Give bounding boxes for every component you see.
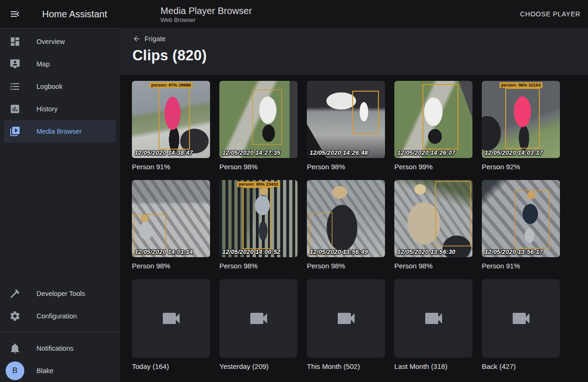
sidebar-item-label: Logbook <box>36 83 63 90</box>
folder-tile-yesterday[interactable]: Yesterday (209) <box>219 279 298 370</box>
clip-thumbnail: 12/05/2020 14:26:48 <box>307 81 385 158</box>
clip-timestamp: 12/05/2020 14:01:14 <box>135 248 193 255</box>
sidebar: Overview Map Logbook History Media Brows… <box>0 28 120 382</box>
clip-timestamp: 12/05/2020 14:26:48 <box>310 149 368 156</box>
clip-tile[interactable]: person: 96% 32154 12/05/2020 14:03:17 Pe… <box>482 81 560 171</box>
sidebar-item-notifications[interactable]: Notifications <box>4 337 116 360</box>
sidebar-item-media-browser[interactable]: Media Browser <box>4 120 116 143</box>
detection-box <box>505 88 539 149</box>
detection-box <box>515 190 550 248</box>
clip-caption: Person 91% <box>132 163 210 171</box>
video-camera-icon <box>335 307 357 330</box>
panel-subtitle: Web Browser <box>160 17 252 23</box>
app-title: Home Assistant <box>42 9 107 20</box>
sidebar-item-profile[interactable]: B Blake <box>4 360 116 382</box>
play-box-multiple-icon <box>9 126 21 137</box>
app-bar: Home Assistant Media Player Browser Web … <box>0 0 588 28</box>
sidebar-item-logbook[interactable]: Logbook <box>4 75 116 98</box>
sidebar-item-label: Map <box>36 60 50 68</box>
clip-timestamp: 12/05/2020 14:26:07 <box>397 149 456 156</box>
sidebar-item-label: Media Browser <box>36 128 82 135</box>
sidebar-item-label: Configuration <box>36 312 77 320</box>
sidebar-item-label: Overview <box>36 38 65 45</box>
folder-thumbnail <box>394 279 472 358</box>
page-title: Clips (820) <box>132 47 588 64</box>
detection-box <box>435 181 471 246</box>
clip-tile[interactable]: 12/05/2020 14:27:35 Person 98% <box>219 81 298 171</box>
gear-icon <box>9 310 21 322</box>
sidebar-toggle-menu-icon[interactable] <box>9 8 21 20</box>
poll-box-icon <box>9 103 21 115</box>
detection-box <box>352 91 379 134</box>
breadcrumb-label: Frigate <box>145 35 166 43</box>
clip-caption: Person 92% <box>482 163 560 171</box>
clip-thumbnail: 12/05/2020 13:56:17 <box>482 180 560 257</box>
choose-player-button[interactable]: CHOOSE PLAYER <box>516 6 588 22</box>
clip-tile[interactable]: 12/05/2020 13:56:30 Person 98% <box>394 180 472 270</box>
folder-tile-today[interactable]: Today (164) <box>132 279 210 370</box>
sidebar-item-configuration[interactable]: Configuration <box>4 305 116 327</box>
clip-tile[interactable]: person: 95% 23432 12/05/2020 14:00:52 Pe… <box>219 180 298 270</box>
folder-thumbnail <box>132 279 210 358</box>
clip-tile[interactable]: 12/05/2020 14:26:07 Person 99% <box>394 81 472 171</box>
clip-caption: Person 91% <box>482 262 560 270</box>
breadcrumb-back-frigate[interactable]: Frigate <box>132 35 166 43</box>
clip-tile[interactable]: person: 97% 29988 12/05/2020 14:38:47 Pe… <box>132 81 210 171</box>
clip-tile[interactable]: 12/05/2020 14:01:14 Person 98% <box>132 180 210 270</box>
hammer-icon <box>9 288 21 299</box>
detection-label: person: 96% 32154 <box>499 82 542 88</box>
app-bar-left: Home Assistant <box>0 8 120 20</box>
sidebar-item-label: History <box>36 105 58 113</box>
clip-tile[interactable]: 12/05/2020 13:56:49 Person 98% <box>307 180 385 270</box>
clip-timestamp: 12/05/2020 13:56:30 <box>397 248 456 255</box>
folder-thumbnail <box>482 279 560 358</box>
media-browser-panel: Frigate Clips (820) person: 97% 29988 12… <box>120 28 588 382</box>
detection-label: person: 95% 23432 <box>237 181 280 187</box>
clip-timestamp: 12/05/2020 13:56:49 <box>310 248 368 255</box>
folder-label: Yesterday (209) <box>219 362 298 370</box>
clip-caption: Person 98% <box>394 262 472 270</box>
sidebar-item-developer-tools[interactable]: Developer Tools <box>4 282 116 305</box>
sidebar-item-overview[interactable]: Overview <box>4 30 116 53</box>
clip-timestamp: 12/05/2020 14:03:17 <box>485 149 543 156</box>
clips-grid: person: 97% 29988 12/05/2020 14:38:47 Pe… <box>120 75 588 375</box>
clip-caption: Person 98% <box>307 163 385 171</box>
video-camera-icon <box>422 307 445 330</box>
clip-thumbnail: 12/05/2020 13:56:30 <box>394 180 472 257</box>
folder-thumbnail <box>219 279 298 358</box>
folder-tile-back[interactable]: Back (427) <box>482 279 560 370</box>
detection-box <box>252 89 282 145</box>
clip-thumbnail: 12/05/2020 13:56:49 <box>307 180 385 257</box>
folder-thumbnail <box>307 279 385 358</box>
clip-timestamp: 12/05/2020 14:38:47 <box>135 149 193 156</box>
folder-label: Back (427) <box>482 362 560 370</box>
folder-tile-this-month[interactable]: This Month (502) <box>307 279 385 370</box>
clip-thumbnail: 12/05/2020 14:01:14 <box>132 180 210 257</box>
list-bulleted-icon <box>9 81 21 92</box>
detection-box <box>159 86 190 150</box>
user-name: Blake <box>36 367 53 375</box>
detection-box <box>243 187 271 250</box>
folder-label: Today (164) <box>132 362 210 370</box>
sidebar-item-map[interactable]: Map <box>4 53 116 75</box>
view-dashboard-icon <box>9 36 21 47</box>
clip-thumbnail: person: 95% 23432 12/05/2020 14:00:52 <box>219 180 298 257</box>
media-header: Frigate Clips (820) <box>120 28 588 75</box>
folder-tile-last-month[interactable]: Last Month (318) <box>394 279 472 370</box>
clip-timestamp: 12/05/2020 14:00:52 <box>222 248 281 255</box>
panel-title-block: Media Player Browser Web Browser <box>160 5 252 23</box>
video-camera-icon <box>247 307 270 330</box>
clip-thumbnail: 12/05/2020 14:27:35 <box>219 81 298 158</box>
sidebar-item-label: Developer Tools <box>36 290 85 297</box>
clip-caption: Person 98% <box>132 262 210 270</box>
folder-label: This Month (502) <box>307 362 385 370</box>
clip-tile[interactable]: 12/05/2020 14:26:48 Person 98% <box>307 81 385 171</box>
video-camera-icon <box>510 307 532 330</box>
clip-tile[interactable]: 12/05/2020 13:56:17 Person 91% <box>482 180 560 270</box>
clip-caption: Person 98% <box>219 163 298 171</box>
clip-caption: Person 98% <box>307 262 385 270</box>
clip-timestamp: 12/05/2020 13:56:17 <box>485 248 543 255</box>
video-camera-icon <box>160 307 182 330</box>
sidebar-item-history[interactable]: History <box>4 98 116 120</box>
clip-thumbnail: person: 96% 32154 12/05/2020 14:03:17 <box>482 81 560 158</box>
